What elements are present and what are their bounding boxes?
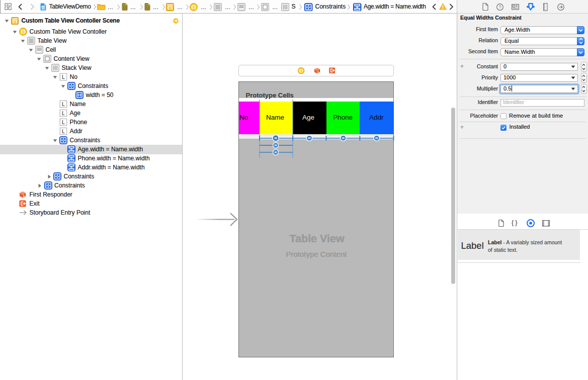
svg-text:1: 1 bbox=[23, 194, 25, 198]
svg-text:L: L bbox=[62, 74, 65, 80]
svg-text:L: L bbox=[62, 101, 65, 107]
svg-text:L: L bbox=[62, 110, 65, 116]
svg-text:L: L bbox=[62, 119, 65, 125]
svg-text:?: ? bbox=[498, 4, 501, 10]
svg-text:L: L bbox=[62, 128, 65, 134]
